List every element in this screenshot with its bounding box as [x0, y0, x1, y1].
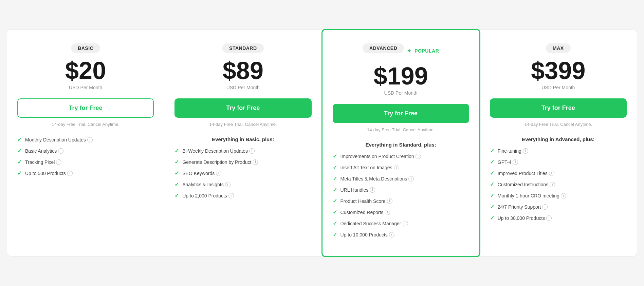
plan-price: $399	[490, 58, 627, 83]
plan-header-row: ADVANCED ✦ POPULAR	[333, 43, 469, 58]
check-icon: ✓	[490, 215, 494, 221]
check-icon: ✓	[490, 148, 494, 154]
trial-text: 14-day Free Trial. Cancel Anytime.	[174, 122, 311, 127]
feature-list: ✓ Monthly Description Updates i ✓ Basic …	[17, 136, 154, 176]
info-icon[interactable]: i	[542, 204, 548, 210]
feature-text: SEO Keywords i	[182, 171, 221, 176]
feature-text: Monthly 1-hour CRO meeting i	[498, 193, 566, 198]
feature-item: ✓ Analytics & Insights i	[174, 181, 311, 188]
feature-item: ✓ Dedicated Success Manager i	[333, 220, 469, 227]
info-icon[interactable]: i	[216, 171, 221, 176]
feature-list: ✓ Bi-Weekly Description Updates i ✓ Gene…	[174, 148, 311, 199]
check-icon: ✓	[333, 220, 337, 227]
feature-item: ✓ Tracking Pixel i	[17, 159, 154, 165]
feature-item: ✓ Monthly Description Updates i	[17, 136, 154, 143]
pricing-grid: BASIC $20 USD Per Month Try for Free 14-…	[7, 30, 637, 256]
feature-text: Improved Product Titles i	[498, 171, 554, 176]
check-icon: ✓	[333, 187, 337, 193]
plan-card-basic: BASIC $20 USD Per Month Try for Free 14-…	[7, 30, 164, 256]
plan-header-row: MAX	[490, 43, 627, 58]
info-icon[interactable]: i	[228, 193, 234, 198]
info-icon[interactable]: i	[394, 165, 399, 170]
check-icon: ✓	[333, 231, 337, 238]
feature-item: ✓ Improvements on Product Creation i	[333, 153, 469, 159]
plan-name-badge: MAX	[546, 43, 571, 53]
feature-text: Up to 2,000 Products i	[182, 193, 234, 198]
features-header: Everything in Advanced, plus:	[490, 136, 627, 142]
feature-item: ✓ Up to 500 Products i	[17, 170, 154, 176]
feature-text: Analytics & Insights i	[182, 182, 230, 187]
feature-item: ✓ Customized Reports i	[333, 209, 469, 215]
check-icon: ✓	[333, 164, 337, 171]
check-icon: ✓	[333, 198, 337, 204]
feature-item: ✓ Monthly 1-hour CRO meeting i	[490, 192, 627, 199]
info-icon[interactable]: i	[225, 182, 231, 187]
cta-button[interactable]: Try for Free	[174, 98, 311, 118]
feature-text: Basic Analytics i	[25, 148, 63, 154]
check-icon: ✓	[174, 181, 179, 188]
feature-text: Generate Description by Product i	[182, 159, 258, 165]
feature-text: Meta Titles & Meta Descriptions i	[341, 176, 414, 182]
cta-button[interactable]: Try for Free	[17, 98, 154, 118]
feature-item: ✓ Up to 10,000 Products i	[333, 231, 469, 238]
plan-price: $89	[174, 58, 311, 83]
info-icon[interactable]: i	[67, 171, 73, 176]
feature-text: Tracking Pixel i	[25, 159, 61, 165]
feature-text: Dedicated Success Manager i	[341, 221, 408, 226]
feature-text: Fine-tuning i	[498, 148, 528, 154]
info-icon[interactable]: i	[523, 148, 528, 154]
info-icon[interactable]: i	[549, 171, 554, 176]
feature-text: URL Handles i	[341, 187, 375, 193]
feature-item: ✓ Bi-Weekly Description Updates i	[174, 148, 311, 154]
feature-text: Customized Reports i	[341, 210, 390, 215]
info-icon[interactable]: i	[249, 148, 255, 154]
trial-text: 14-day Free Trial. Cancel Anytime.	[17, 122, 154, 127]
plan-name-badge: STANDARD	[222, 43, 264, 53]
feature-item: ✓ Up to 30,000 Products i	[490, 215, 627, 221]
plan-header: BASIC $20 USD Per Month	[17, 43, 154, 90]
plan-card-standard: STANDARD $89 USD Per Month Try for Free …	[164, 30, 322, 256]
info-icon[interactable]: i	[408, 176, 414, 182]
feature-text: Product Health Score i	[341, 198, 392, 204]
info-icon[interactable]: i	[387, 198, 392, 204]
feature-item: ✓ URL Handles i	[333, 187, 469, 193]
check-icon: ✓	[174, 148, 179, 154]
info-icon[interactable]: i	[385, 210, 390, 215]
info-icon[interactable]: i	[58, 148, 63, 154]
check-icon: ✓	[490, 170, 494, 176]
check-icon: ✓	[490, 192, 494, 199]
features-header: Everything in Standard, plus:	[333, 142, 469, 148]
check-icon: ✓	[490, 204, 494, 210]
info-icon[interactable]: i	[416, 154, 421, 159]
feature-text: Up to 30,000 Products i	[498, 215, 552, 221]
feature-text: Up to 500 Products i	[25, 171, 73, 176]
plan-period: USD Per Month	[490, 85, 627, 90]
info-icon[interactable]: i	[370, 187, 375, 193]
info-icon[interactable]: i	[561, 193, 566, 198]
feature-item: ✓ SEO Keywords i	[174, 170, 311, 176]
cta-button[interactable]: Try for Free	[490, 98, 627, 118]
plan-period: USD Per Month	[333, 90, 469, 96]
feature-item: ✓ 24/7 Priority Support i	[490, 204, 627, 210]
info-icon[interactable]: i	[389, 232, 394, 237]
check-icon: ✓	[490, 159, 494, 165]
info-icon[interactable]: i	[513, 159, 518, 165]
info-icon[interactable]: i	[87, 137, 93, 142]
info-icon[interactable]: i	[550, 182, 555, 187]
feature-item: ✓ Generate Description by Product i	[174, 159, 311, 165]
check-icon: ✓	[333, 209, 337, 215]
plan-header: MAX $399 USD Per Month	[490, 43, 627, 90]
feature-item: ✓ Customized Instructions i	[490, 181, 627, 188]
plan-name-badge: BASIC	[71, 43, 100, 53]
trial-text: 14-day Free Trial. Cancel Anytime.	[490, 122, 627, 127]
plan-name-badge: ADVANCED	[363, 43, 404, 53]
plan-price: $199	[333, 64, 469, 88]
info-icon[interactable]: i	[56, 159, 61, 165]
info-icon[interactable]: i	[253, 159, 258, 165]
features-header: Everything in Basic, plus:	[174, 136, 311, 142]
plan-period: USD Per Month	[174, 85, 311, 90]
plan-header-row: STANDARD	[174, 43, 311, 58]
cta-button[interactable]: Try for Free	[333, 104, 469, 123]
info-icon[interactable]: i	[546, 215, 552, 221]
info-icon[interactable]: i	[403, 221, 408, 226]
